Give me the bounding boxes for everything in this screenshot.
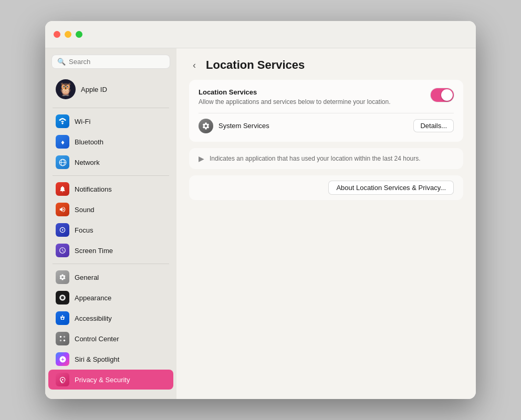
system-services-label: System Services — [218, 122, 269, 130]
sidebar-item-appearance[interactable]: Appearance — [48, 288, 173, 308]
separator-2 — [53, 175, 169, 176]
about-location-card: About Location Services & Privacy... — [189, 175, 463, 200]
svg-point-9 — [64, 340, 66, 342]
location-services-toggle[interactable] — [431, 88, 454, 102]
sidebar-item-label-network: Network — [75, 159, 100, 166]
network-icon — [56, 155, 69, 169]
screentime-icon — [56, 244, 69, 257]
sidebar-item-notifications[interactable]: Notifications — [48, 179, 173, 199]
sidebar-item-privacy[interactable]: Privacy & Security — [48, 370, 173, 390]
sidebar-item-label-siri: Siri & Spotlight — [75, 355, 119, 363]
content-header: ‹ Location Services — [176, 48, 476, 80]
svg-point-8 — [60, 340, 62, 342]
details-button[interactable]: Details... — [413, 119, 454, 132]
sidebar-group-connectivity: Wi-Fi ⬧ Bluetooth — [45, 111, 176, 172]
traffic-lights — [54, 31, 82, 38]
location-arrow-icon: ▶ — [199, 154, 204, 163]
content-area: ‹ Location Services Location Services Al… — [176, 48, 476, 399]
privacy-icon — [56, 373, 69, 386]
sidebar-item-controlcenter[interactable]: Control Center — [48, 329, 173, 349]
location-services-card: Location Services Allow the applications… — [189, 80, 463, 142]
location-hint-text: Indicates an application that has used y… — [210, 155, 454, 162]
location-services-label: Location Services — [199, 88, 424, 96]
appearance-icon — [56, 291, 69, 304]
system-services-icon — [199, 119, 213, 133]
svg-point-6 — [60, 336, 62, 338]
sidebar-group-notifications: Notifications Sound — [45, 179, 176, 260]
sidebar-item-bluetooth[interactable]: ⬧ Bluetooth — [48, 132, 173, 152]
location-services-row: Location Services Allow the applications… — [199, 88, 454, 107]
accessibility-icon — [56, 311, 69, 325]
sidebar-item-label-bluetooth: Bluetooth — [75, 138, 103, 146]
sidebar-item-label-accessibility: Accessibility — [75, 314, 112, 322]
general-icon — [56, 270, 69, 284]
sidebar-item-label-sound: Sound — [75, 206, 95, 214]
avatar: 🦉 — [56, 79, 76, 99]
bluetooth-icon: ⬧ — [56, 135, 69, 149]
close-button[interactable] — [54, 31, 60, 38]
separator-1 — [53, 108, 169, 108]
sidebar-item-network[interactable]: Network — [48, 152, 173, 172]
sidebar-item-screentime[interactable]: Screen Time — [48, 240, 173, 260]
location-services-text: Location Services Allow the applications… — [199, 88, 424, 107]
separator-3 — [53, 264, 169, 264]
sidebar-item-accessibility[interactable]: Accessibility — [48, 308, 173, 328]
sidebar-group-system: General Appearance — [45, 267, 176, 390]
sidebar-item-label-general: General — [75, 274, 99, 281]
content-body: Location Services Allow the applications… — [176, 80, 476, 213]
sidebar-item-general[interactable]: General — [48, 267, 173, 287]
sidebar: 🔍 🦉 Apple ID — [45, 48, 176, 399]
controlcenter-icon — [56, 332, 69, 345]
sidebar-item-label-focus: Focus — [75, 226, 93, 234]
about-location-button[interactable]: About Location Services & Privacy... — [328, 181, 454, 195]
avatar-emoji: 🦉 — [58, 83, 74, 96]
siri-icon — [56, 352, 69, 366]
wifi-icon — [56, 114, 69, 128]
search-box[interactable]: 🔍 — [51, 55, 170, 69]
svg-point-4 — [61, 296, 64, 299]
sidebar-item-label-notifications: Notifications — [75, 185, 112, 193]
sidebar-item-label-controlcenter: Control Center — [75, 335, 119, 343]
maximize-button[interactable] — [76, 31, 82, 38]
back-button[interactable]: ‹ — [187, 58, 202, 72]
back-arrow-icon: ‹ — [193, 60, 196, 71]
svg-point-5 — [62, 315, 63, 316]
search-icon: 🔍 — [57, 58, 66, 66]
sidebar-item-label-appearance: Appearance — [75, 294, 111, 302]
apple-id-label: Apple ID — [81, 86, 107, 93]
location-hint-card: ▶ Indicates an application that has used… — [189, 148, 463, 169]
sidebar-item-wifi[interactable]: Wi-Fi — [48, 111, 173, 131]
main-window: 🔍 🦉 Apple ID — [45, 21, 476, 399]
system-services-left: System Services — [199, 119, 269, 133]
toggle-knob — [441, 89, 453, 101]
sound-icon — [56, 203, 69, 216]
notifications-icon — [56, 182, 69, 196]
sidebar-item-label-wifi: Wi-Fi — [75, 118, 90, 125]
system-services-row: System Services Details... — [199, 113, 454, 133]
apple-id-row[interactable]: 🦉 Apple ID — [48, 75, 173, 103]
minimize-button[interactable] — [65, 31, 71, 38]
sidebar-item-label-privacy: Privacy & Security — [75, 376, 130, 384]
search-input[interactable] — [69, 58, 164, 66]
title-bar — [45, 21, 476, 48]
page-title: Location Services — [206, 58, 305, 72]
main-layout: 🔍 🦉 Apple ID — [45, 48, 476, 399]
focus-icon — [56, 223, 69, 237]
svg-point-7 — [64, 336, 66, 338]
sidebar-item-focus[interactable]: Focus — [48, 220, 173, 240]
search-container: 🔍 — [45, 55, 176, 75]
sidebar-item-siri[interactable]: Siri & Spotlight — [48, 349, 173, 369]
sidebar-item-label-screentime: Screen Time — [75, 247, 113, 255]
sidebar-item-sound[interactable]: Sound — [48, 200, 173, 219]
location-services-description: Allow the applications and services belo… — [199, 98, 424, 107]
